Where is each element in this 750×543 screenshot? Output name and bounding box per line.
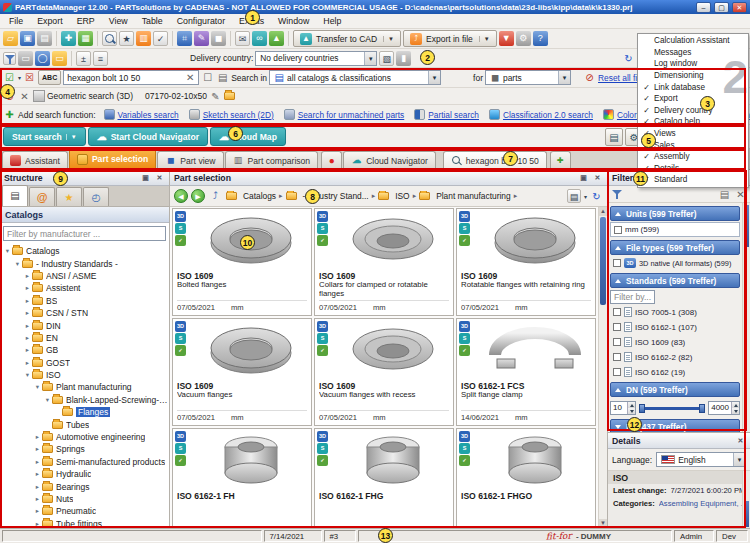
context-menu-item[interactable]: Dimensioning <box>638 70 748 82</box>
print-icon[interactable] <box>37 31 52 46</box>
filter-standard-item[interactable]: ISO 6162-2 (82) <box>610 350 740 364</box>
breadcrumb-item[interactable]: - Industry Stand... <box>286 191 369 201</box>
tab-manufacturers[interactable] <box>29 187 55 206</box>
clear-search-icon[interactable] <box>185 71 195 84</box>
float-panel-icon[interactable] <box>578 173 589 183</box>
close-button[interactable] <box>732 2 747 13</box>
funnel-icon[interactable] <box>611 188 624 201</box>
project-icon[interactable] <box>78 31 93 46</box>
save-icon[interactable] <box>20 31 35 46</box>
tree-item[interactable]: ▸Assistent <box>0 282 169 294</box>
tab-favorites[interactable] <box>56 187 82 206</box>
start-cloud-navigator-button[interactable]: ☁ Start Cloud Navigator <box>88 127 208 146</box>
part-tile[interactable]: ISO 6162-1 FH <box>172 428 312 528</box>
standards-filter-input[interactable]: Filter by... <box>610 290 655 304</box>
dn-min-input[interactable]: 10 <box>610 401 636 415</box>
menu-item-file[interactable]: File <box>2 15 30 27</box>
details-scrollbar[interactable] <box>742 471 750 528</box>
part-tile[interactable]: ISO 1609Bolted flanges07/05/2021mm <box>172 208 312 316</box>
search-history-button[interactable] <box>605 128 623 146</box>
breadcrumb-item[interactable]: Catalogs <box>226 191 276 201</box>
tree-item[interactable]: Flanges <box>0 406 169 418</box>
context-menu-item[interactable]: ✓Link database <box>638 81 748 93</box>
tree-item[interactable]: ▸Tube fittings <box>0 518 169 528</box>
menu-item-extras[interactable]: Extras <box>232 15 271 27</box>
part-tile[interactable]: ISO 6162-1 FHG <box>314 428 454 528</box>
browse-folder-icon[interactable] <box>224 92 235 100</box>
menu-item-view[interactable]: View <box>102 15 135 27</box>
context-menu-item[interactable]: ✓Assembly <box>638 151 748 163</box>
minimize-button[interactable] <box>696 2 711 13</box>
tab-plus[interactable] <box>550 151 571 169</box>
cloud-map-button[interactable]: ☁ Cloud Map <box>210 127 286 146</box>
tree-item[interactable]: ▾Catalogs <box>0 245 169 257</box>
tab-part-selection[interactable]: Part selection <box>69 148 156 169</box>
spinner-icons[interactable] <box>731 402 739 414</box>
tolerance-icon[interactable] <box>76 51 91 66</box>
checkbox-icon[interactable] <box>201 71 214 84</box>
scroll-down-icon[interactable]: ▼ <box>599 519 607 528</box>
checkbox-icon[interactable] <box>614 226 622 234</box>
breadcrumb-item[interactable]: Plant manufacturing <box>419 191 511 201</box>
language-select[interactable]: English <box>656 452 746 467</box>
delivery-country-select[interactable]: No delivery countries <box>255 51 377 66</box>
globe-icon[interactable] <box>35 51 50 66</box>
clear-filters-icon[interactable] <box>734 188 747 201</box>
tree-item[interactable]: ▸Bearings <box>0 480 169 492</box>
for-select[interactable]: parts <box>485 70 571 85</box>
context-menu-item[interactable]: Messages <box>638 47 748 59</box>
settings-icon[interactable] <box>516 31 531 46</box>
context-menu-item[interactable]: ✓Catalog help <box>638 116 748 128</box>
filter-section-standards[interactable]: Standards (599 Treffer) <box>610 273 740 288</box>
tree-item[interactable]: ▸Nuts <box>0 493 169 505</box>
tree-item[interactable]: ▸Springs <box>0 443 169 455</box>
part-tile[interactable]: ISO 1609Rotatable flanges with retaining… <box>456 208 596 316</box>
refresh-icon[interactable] <box>590 190 603 203</box>
scrollbar-thumb[interactable] <box>744 205 749 247</box>
dn-range-slider[interactable] <box>639 401 705 415</box>
vertical-scrollbar[interactable]: ▲ ▼ <box>598 207 607 528</box>
part-tile[interactable]: ISO 1609Vacuum flanges07/05/2021mm <box>172 318 312 426</box>
tree-item[interactable]: ▸DIN <box>0 319 169 331</box>
tab-record[interactable] <box>321 151 342 169</box>
checkbox-icon[interactable] <box>613 259 621 267</box>
slider-handle-right[interactable] <box>699 404 705 413</box>
context-menu-item[interactable]: ✓Delivery country <box>638 105 748 117</box>
link-icon[interactable] <box>252 31 267 46</box>
tab-hexagon-bolt-10-50[interactable]: hexagon bolt 10 50 <box>443 151 547 169</box>
float-panel-icon[interactable] <box>140 173 151 183</box>
scroll-up-icon[interactable]: ▲ <box>599 207 607 216</box>
context-menu-item[interactable]: ✓Export <box>638 93 748 105</box>
filter-section-units[interactable]: Units (599 Treffer) <box>610 206 740 221</box>
context-menu-item[interactable]: Calculation Assistant <box>638 35 748 47</box>
breadcrumb-item[interactable]: ISO <box>378 191 409 201</box>
filter-section-file-types[interactable]: File types (599 Treffer) <box>610 240 740 255</box>
spellcheck-button[interactable]: ABC <box>38 70 61 85</box>
tab-cloud-navigator[interactable]: Cloud Navigator <box>343 151 436 169</box>
context-menu-item[interactable]: ✓Standard <box>638 174 748 186</box>
search-icon[interactable] <box>102 31 117 46</box>
ruler-icon[interactable] <box>52 51 67 66</box>
tree-item[interactable]: ▸Pneumatic <box>0 505 169 517</box>
start-search-button[interactable]: Start search ▼ <box>3 127 86 146</box>
sketch-icon[interactable] <box>194 31 209 46</box>
part-tile[interactable]: ISO 6162-1 FCSSplit flange clamp14/06/20… <box>456 318 596 426</box>
tree-item[interactable]: ▸Hydraulic <box>0 468 169 480</box>
table-icon[interactable] <box>177 31 192 46</box>
tree-item[interactable]: ▸EN <box>0 332 169 344</box>
search-function-link[interactable]: Variables search <box>104 109 179 120</box>
lock-icon[interactable] <box>396 51 411 66</box>
filter-standard-item[interactable]: ISO 7005-1 (308) <box>610 305 740 319</box>
export-in-file-button[interactable]: Export in file ▼ <box>403 30 497 47</box>
dn-max-input[interactable]: 4000 <box>708 401 740 415</box>
search-in-select[interactable]: all catalogs & classifications <box>269 70 441 85</box>
menu-item-table[interactable]: Table <box>135 15 170 27</box>
filter-standard-item[interactable]: ISO 6162 (19) <box>610 365 740 379</box>
cart-icon[interactable] <box>136 31 151 46</box>
chevron-down-icon[interactable]: ▾ <box>584 193 587 200</box>
menu-item-configurator[interactable]: Configurator <box>170 15 232 27</box>
thread-icon[interactable] <box>93 51 108 66</box>
clipboard-icon[interactable] <box>153 31 168 46</box>
tab-part-comparison[interactable]: Part comparison <box>225 151 319 169</box>
cad-icon[interactable] <box>269 31 284 46</box>
